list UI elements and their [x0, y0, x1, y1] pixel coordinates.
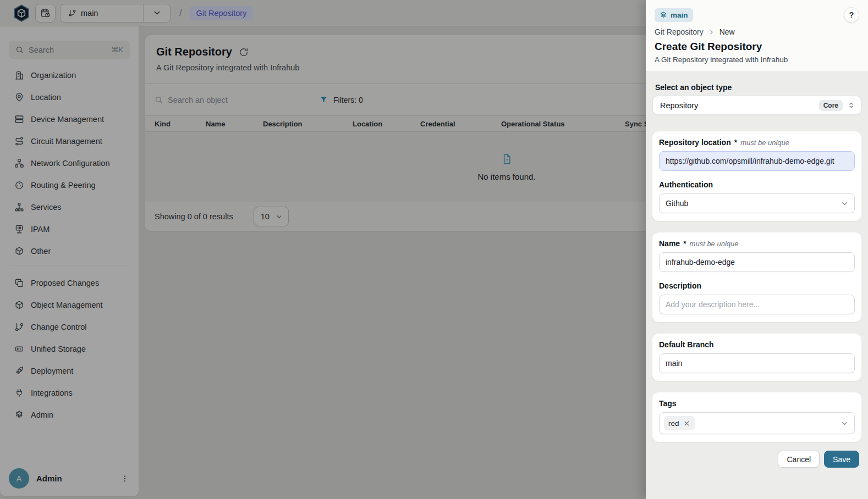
object-type-label: Select an object type [655, 83, 861, 92]
drawer-header: main ? Git Repository New Create Git Rep… [646, 0, 868, 72]
chevrons-up-down-icon [847, 101, 855, 109]
required-marker: * [683, 239, 686, 248]
create-git-repository-drawer: main ? Git Repository New Create Git Rep… [646, 0, 868, 499]
chevron-down-icon [840, 419, 849, 428]
form-card-default-branch: Default Branch [652, 334, 861, 381]
chevron-down-icon [840, 199, 849, 208]
chevron-right-icon [708, 29, 715, 36]
app-root: main / Git Repository Search ⌘K [0, 0, 868, 499]
default-branch-input[interactable] [659, 353, 855, 373]
object-type-value: Repository [660, 101, 819, 110]
object-type-select[interactable]: Repository Core [652, 96, 861, 115]
layers-icon [660, 11, 667, 19]
repository-location-input[interactable] [659, 151, 855, 171]
field-label-description: Description [659, 281, 855, 290]
tag-label: red [668, 419, 679, 428]
cancel-button[interactable]: Cancel [778, 451, 820, 468]
dim-overlay [0, 0, 646, 499]
field-label-tags: Tags [659, 399, 855, 408]
authentication-select[interactable]: Github [659, 193, 855, 213]
save-button[interactable]: Save [824, 451, 859, 468]
branch-badge: main [655, 8, 693, 22]
field-label-name: Name * must be unique [659, 239, 855, 248]
drawer-breadcrumb: Git Repository New [655, 27, 859, 36]
help-button[interactable]: ? [844, 7, 859, 23]
tag-chip-red: red [664, 416, 695, 430]
authentication-value: Github [666, 199, 840, 208]
form-card-repository: Repository location * must be unique Aut… [652, 131, 861, 221]
required-marker: * [734, 138, 737, 147]
description-input[interactable] [659, 295, 855, 314]
drawer-title: Create Git Repository [655, 40, 859, 53]
breadcrumb-new: New [719, 27, 735, 36]
form-card-name: Name * must be unique Description [652, 232, 861, 322]
field-label-location: Repository location * must be unique [659, 138, 855, 147]
drawer-subtitle: A Git Repository integrated with Infrahu… [655, 55, 859, 65]
tags-multiselect[interactable]: red [659, 412, 855, 434]
field-hint: must be unique [740, 138, 789, 147]
field-label-authentication: Authentication [659, 180, 855, 189]
field-label-default-branch: Default Branch [659, 340, 855, 349]
breadcrumb-git-repository[interactable]: Git Repository [655, 27, 704, 36]
remove-tag-icon[interactable] [683, 420, 690, 427]
name-input[interactable] [659, 252, 855, 272]
form-card-tags: Tags red [652, 392, 861, 442]
field-hint: must be unique [690, 240, 739, 248]
core-badge: Core [819, 100, 843, 111]
drawer-actions: Cancel Save [652, 451, 861, 468]
branch-badge-label: main [671, 11, 688, 19]
drawer-form: Select an object type Repository Core Re… [646, 72, 868, 499]
